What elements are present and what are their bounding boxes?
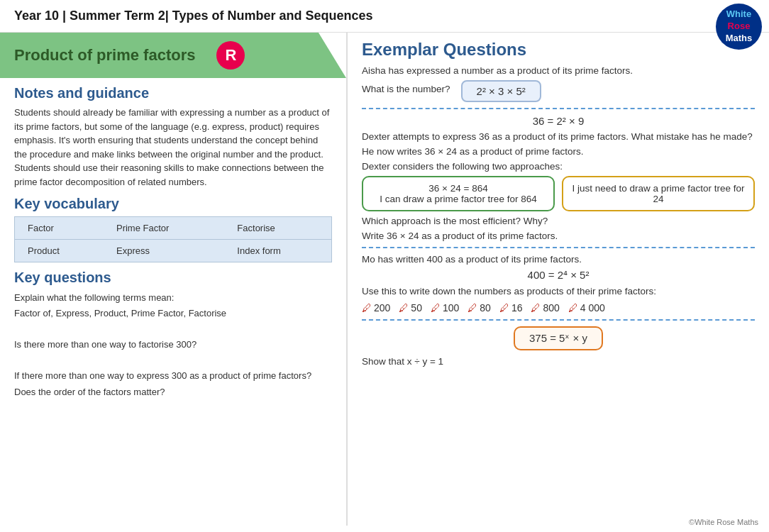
kq-line1: Explain what the following terms mean:	[14, 290, 332, 306]
q3-text2: Dexter considers the following two appro…	[362, 161, 755, 172]
page-title: Year 10 | Summer Term 2| Types of Number…	[14, 9, 373, 23]
vocab-table: Factor Prime Factor Factorise Product Ex…	[14, 216, 332, 262]
q1-text: Aisha has expressed a number as a produc…	[362, 65, 755, 76]
pencil-icon-100: 🖊	[431, 302, 441, 314]
footer: ©White Rose Maths	[689, 518, 758, 526]
logo-rose: Rose	[728, 21, 751, 33]
notes-heading: Notes and guidance	[14, 85, 332, 101]
dashed-divider-2	[362, 247, 755, 248]
vocab-cell: Express	[104, 240, 224, 262]
key-questions-heading: Key questions	[14, 270, 332, 286]
vocab-row: Factor Prime Factor Factorise	[15, 217, 332, 240]
product-title: Product of prime factors	[14, 46, 195, 65]
right-panel: Exemplar Questions Aisha has expressed a…	[348, 33, 769, 526]
vocab-row: Product Express Index form	[15, 240, 332, 262]
r-badge: R	[216, 41, 245, 70]
exemplar-title: Exemplar Questions	[362, 40, 755, 60]
num-80: 🖊 80	[468, 302, 491, 314]
vocab-cell: Factor	[15, 217, 104, 240]
orange-box-container: 375 = 5ˣ × y	[362, 326, 755, 350]
dashed-divider-3	[362, 319, 755, 321]
logo-maths: Maths	[726, 33, 753, 45]
green-line2: I can draw a prime factor tree for 864	[380, 194, 536, 204]
vocab-cell: Prime Factor	[104, 217, 224, 240]
kq-line2: Factor of, Express, Product, Prime Facto…	[14, 306, 332, 321]
num-100: 🖊 100	[431, 302, 459, 314]
q2-center-eq: 36 = 2² × 9	[362, 115, 755, 127]
yellow-approach-box: I just need to draw a prime factor tree …	[562, 176, 755, 211]
main-layout: Product of prime factors R Notes and gui…	[0, 33, 769, 526]
green-approach-box: 36 × 24 = 864 I can draw a prime factor …	[362, 176, 555, 211]
logo-white: White	[726, 9, 751, 21]
pencil-icon-4000: 🖊	[568, 302, 578, 314]
pencil-icon-80: 🖊	[468, 302, 477, 314]
q4-text2: Write 36 × 24 as a product of its prime …	[362, 231, 755, 241]
vocab-cell: Product	[15, 240, 104, 262]
approach-boxes: 36 × 24 = 864 I can draw a prime factor …	[362, 176, 755, 211]
product-header: Product of prime factors R	[0, 33, 346, 78]
num-200: 🖊 200	[362, 302, 390, 314]
pencil-icon-50: 🖊	[399, 302, 409, 314]
q5-center-eq: 400 = 2⁴ × 5²	[362, 269, 755, 282]
pencil-icon-800: 🖊	[531, 302, 541, 314]
vocab-cell: Factorise	[224, 217, 331, 240]
q1-label: What is the number?	[362, 84, 450, 94]
q1-answer-box: 2² × 3 × 5²	[461, 80, 541, 102]
pencil-icon-16: 🖊	[499, 302, 509, 314]
left-panel: Product of prime factors R Notes and gui…	[0, 33, 348, 526]
dashed-divider-1	[362, 108, 755, 109]
question-row-1: What is the number? 2² × 3 × 5²	[362, 80, 755, 102]
q5-text2: Use this to write down the numbers as pr…	[362, 286, 755, 297]
num-800: 🖊 800	[531, 302, 559, 314]
key-questions-text: Explain what the following terms mean: F…	[14, 290, 332, 400]
vocab-cell: Index form	[224, 240, 331, 262]
green-line1: 36 × 24 = 864	[428, 183, 487, 194]
num-16: 🖊 16	[499, 302, 523, 314]
yellow-text: I just need to draw a prime factor tree …	[572, 183, 744, 204]
kq-line4: If there more than one way to express 30…	[14, 368, 332, 399]
numbers-row: 🖊 200 🖊 50 🖊 100 🖊 80 🖊 16 🖊 800 🖊 4 000	[362, 302, 755, 314]
num-50: 🖊 50	[399, 302, 422, 314]
q5-text: Mo has written 400 as a product of its p…	[362, 254, 755, 265]
kq-line3: Is there more than one way to factorise …	[14, 337, 332, 353]
header: Year 10 | Summer Term 2| Types of Number…	[0, 0, 769, 33]
q3-text1: He now writes 36 × 24 as a product of pr…	[362, 146, 755, 157]
q4-text1: Which approach is the most efficient? Wh…	[362, 216, 755, 226]
num-4000: 🖊 4 000	[568, 302, 605, 314]
notes-text: Students should already be familiar with…	[14, 106, 332, 189]
pencil-icon-200: 🖊	[362, 302, 372, 314]
q2-text: Dexter attempts to express 36 as a produ…	[362, 131, 755, 142]
orange-box: 375 = 5ˣ × y	[514, 326, 603, 350]
last-text: Show that x ÷ y = 1	[362, 356, 755, 367]
vocab-heading: Key vocabulary	[14, 196, 332, 212]
wrm-logo: White Rose Maths	[716, 4, 762, 50]
